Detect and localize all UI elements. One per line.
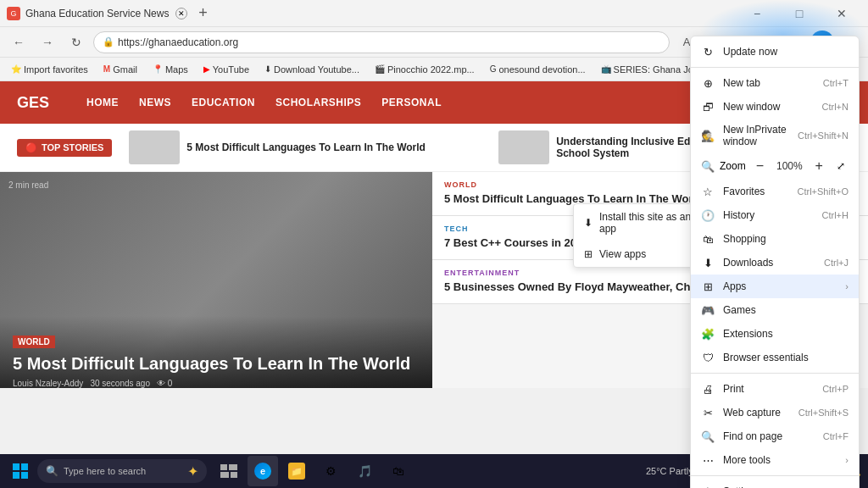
menu-games[interactable]: 🎮 Games xyxy=(691,298,859,322)
menu-update-label: Update now xyxy=(723,46,849,58)
taskbar-edge[interactable]: e xyxy=(248,456,278,486)
menu-history-shortcut: Ctrl+H xyxy=(822,210,849,220)
history-icon: 🕐 xyxy=(701,208,715,222)
back-btn[interactable]: ← xyxy=(7,30,31,54)
zoom-icon: 🔍 xyxy=(701,159,715,173)
refresh-btn[interactable]: ↻ xyxy=(64,30,88,54)
games-icon: 🎮 xyxy=(701,303,715,317)
nav-education[interactable]: EDUCATION xyxy=(192,97,255,108)
menu-capture-shortcut: Ctrl+Shift+S xyxy=(798,408,849,418)
bookmark-maps[interactable]: 📍 Maps xyxy=(148,63,192,76)
taskbar-file-explorer[interactable]: 📁 xyxy=(281,456,312,486)
menu-divider-3 xyxy=(691,475,859,476)
maximize-btn[interactable]: □ xyxy=(780,2,819,25)
menu-more-tools[interactable]: ⋯ More tools › xyxy=(691,448,859,472)
bookmark-youtube[interactable]: ▶ YouTube xyxy=(199,63,253,76)
menu-print[interactable]: 🖨 Print Ctrl+P xyxy=(691,377,859,401)
menu-print-shortcut: Ctrl+P xyxy=(822,384,849,394)
menu-divider-1 xyxy=(691,67,859,68)
menu-print-label: Print xyxy=(723,383,814,395)
forward-btn[interactable]: → xyxy=(36,30,59,54)
zoom-value: 100% xyxy=(774,160,804,172)
nav-home[interactable]: HOME xyxy=(86,97,119,108)
zoom-in-btn[interactable]: + xyxy=(810,156,828,176)
svg-rect-7 xyxy=(231,472,237,478)
bookmark-pinocchio[interactable]: 🎬 Pinocchio 2022.mp... xyxy=(370,63,479,76)
menu-browser-essentials[interactable]: 🛡 Browser essentials xyxy=(691,346,859,369)
menu-web-capture[interactable]: ✂ Web capture Ctrl+Shift+S xyxy=(691,401,859,424)
story-1[interactable]: 5 Most Difficult Languages To Learn In T… xyxy=(129,130,481,164)
featured-meta: Louis Nzaley-Addy 30 seconds ago 👁 0 xyxy=(13,379,420,388)
menu-new-tab-label: New tab xyxy=(723,77,815,89)
menu-downloads[interactable]: ⬇ Downloads Ctrl+J xyxy=(691,251,859,274)
more-tools-arrow-icon: › xyxy=(845,455,849,465)
bookmark-onesound[interactable]: G onesound devotion... xyxy=(486,63,590,76)
menu-apps[interactable]: ⊞ Apps › xyxy=(691,274,859,298)
featured-min-read: 2 min read xyxy=(8,180,48,190)
update-icon: ↻ xyxy=(701,45,715,58)
svg-rect-1 xyxy=(21,463,28,470)
zoom-expand-btn[interactable]: ⤢ xyxy=(833,158,849,175)
featured-author: Louis Nzaley-Addy xyxy=(13,379,83,388)
zoom-control: 🔍 Zoom − 100% + ⤢ xyxy=(691,152,859,180)
menu-inprivate-label: New InPrivate window xyxy=(723,124,789,147)
taskbar-store[interactable]: 🛍 xyxy=(383,456,414,486)
apps-icon: ⊞ xyxy=(701,280,715,293)
new-tab-btn[interactable]: + xyxy=(192,3,213,24)
featured-article[interactable]: 2 min read WORLD 5 Most Difficult Langua… xyxy=(0,172,432,388)
menu-history[interactable]: 🕐 History Ctrl+H xyxy=(691,203,859,227)
menu-divider-2 xyxy=(691,373,859,374)
featured-views: 👁 0 xyxy=(157,379,172,388)
menu-shopping[interactable]: 🛍 Shopping xyxy=(691,227,859,251)
url-box[interactable]: 🔒 https://ghanaeducation.org xyxy=(93,31,670,53)
bookmark-dl-youtube[interactable]: ⬇ Download Youtube... xyxy=(260,63,364,76)
taskbar-vlc[interactable]: 🎵 xyxy=(349,456,380,486)
menu-games-label: Games xyxy=(723,304,849,316)
nav-personal[interactable]: PERSONAL xyxy=(381,97,442,108)
more-tools-icon: ⋯ xyxy=(701,453,715,467)
taskbar-search[interactable]: 🔍 Type here to search ✦ xyxy=(37,459,207,483)
svg-rect-3 xyxy=(21,472,28,479)
menu-new-window-label: New window xyxy=(723,101,814,113)
minimize-btn[interactable]: − xyxy=(737,2,776,25)
settings-icon: ⚙ xyxy=(701,485,715,488)
menu-settings[interactable]: ⚙ Settings xyxy=(691,480,859,488)
close-btn[interactable]: ✕ xyxy=(822,2,861,25)
view-apps-item[interactable]: ⊞ View apps xyxy=(574,241,708,267)
zoom-out-btn[interactable]: − xyxy=(751,156,770,176)
featured-category: WORLD xyxy=(13,336,55,348)
menu-new-tab[interactable]: ⊕ New tab Ctrl+T xyxy=(691,71,859,95)
top-stories-badge: 🔴 TOP STORIES xyxy=(17,139,112,157)
favorites-menu-icon: ☆ xyxy=(701,185,715,198)
sparkle-icon: ✦ xyxy=(187,463,198,480)
featured-overlay: WORLD 5 Most Difficult Languages To Lear… xyxy=(0,316,432,388)
start-button[interactable] xyxy=(7,458,34,485)
menu-extensions[interactable]: 🧩 Extensions xyxy=(691,322,859,346)
menu-favorites[interactable]: ☆ Favorites Ctrl+Shift+O xyxy=(691,180,859,203)
taskbar-chrome[interactable]: ⚙ xyxy=(315,456,346,486)
menu-new-window[interactable]: 🗗 New window Ctrl+N xyxy=(691,95,859,119)
nav-scholarships[interactable]: SCHOLARSHIPS xyxy=(275,97,361,108)
bookmark-import-favorites[interactable]: ⭐ Import favorites xyxy=(7,63,92,76)
nav-news[interactable]: NEWS xyxy=(139,97,171,108)
menu-update-now[interactable]: ↻ Update now xyxy=(691,40,859,64)
story-1-thumbnail xyxy=(129,130,180,164)
menu-new-inprivate[interactable]: 🕵 New InPrivate window Ctrl+Shift+N xyxy=(691,119,859,152)
taskbar-apps: e 📁 ⚙ 🎵 🛍 xyxy=(214,456,414,486)
store-icon: 🛍 xyxy=(390,463,407,480)
svg-rect-0 xyxy=(13,463,19,470)
essentials-icon: 🛡 xyxy=(701,351,715,364)
menu-downloads-shortcut: Ctrl+J xyxy=(824,258,849,268)
bookmark-gmail[interactable]: M Gmail xyxy=(99,63,142,76)
install-app-item[interactable]: ⬇ Install this site as an app xyxy=(574,204,708,241)
tab-title: Ghana Education Service News xyxy=(25,8,169,19)
taskbar-task-view[interactable] xyxy=(214,456,244,486)
svg-rect-4 xyxy=(220,464,227,470)
zoom-label: Zoom xyxy=(720,160,746,172)
menu-find-on-page[interactable]: 🔍 Find on page Ctrl+F xyxy=(691,424,859,448)
featured-time: 30 seconds ago xyxy=(90,379,150,388)
print-icon: 🖨 xyxy=(701,382,715,396)
tab-close-btn[interactable]: ✕ xyxy=(175,8,187,19)
shopping-icon: 🛍 xyxy=(701,232,715,246)
url-text: https://ghanaeducation.org xyxy=(118,36,238,48)
